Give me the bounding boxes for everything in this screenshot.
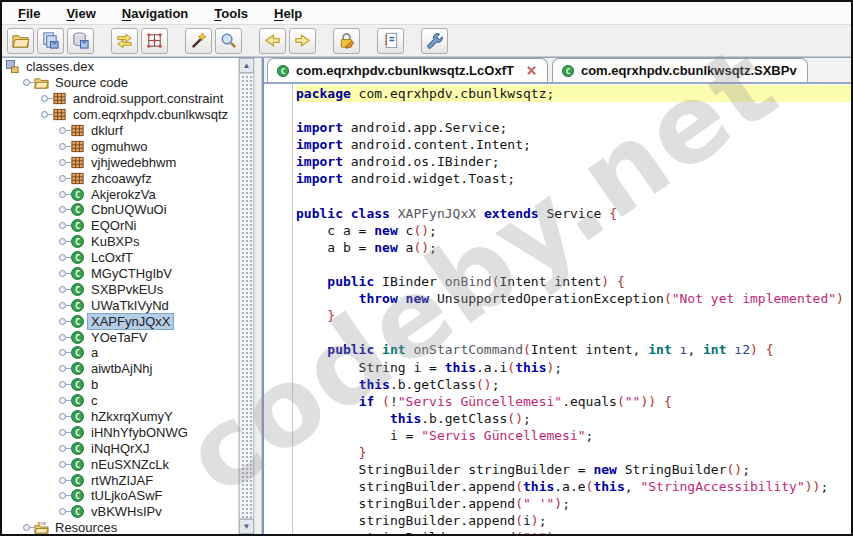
tree-item-lcoxft[interactable]: CLcOxfT: [2, 250, 238, 266]
tab-com-eqrxhpdv-cbunlkwsqtz-lcoxft[interactable]: Ccom.eqrxhpdv.cbunlkwsqtz.LcOxfT: [267, 58, 548, 82]
panel-splitter[interactable]: [254, 58, 262, 534]
class-icon: C: [70, 457, 85, 472]
menu-navigation[interactable]: Navigation: [114, 4, 196, 23]
tree-item-yoetafv[interactable]: CYOeTaFV: [2, 329, 238, 345]
code-line: this.b.getClass();: [296, 376, 851, 393]
tree-item-label: rtWhZIJAF: [88, 473, 156, 488]
tree-expand-knob[interactable]: [59, 175, 66, 182]
deobfuscation-button[interactable]: [185, 28, 212, 54]
tree-expand-knob[interactable]: [59, 270, 66, 277]
tree-expand-knob[interactable]: [59, 365, 66, 372]
tree-expand-knob[interactable]: [59, 445, 66, 452]
tree-item-akjerokzva[interactable]: CAkjerokzVa: [2, 186, 238, 202]
tree-scrollbar[interactable]: ▲ ▼: [238, 58, 254, 534]
tree-item-hzkxrqxumyy[interactable]: ChZkxrqXumyY: [2, 409, 238, 425]
menu-file[interactable]: File: [10, 4, 48, 23]
flat-packages-button[interactable]: [141, 28, 168, 54]
menu-help[interactable]: Help: [266, 4, 310, 23]
tree-item-zhcoawyfz[interactable]: zhcoawyfz: [2, 170, 238, 186]
tree-item-mgycthgibv[interactable]: CMGyCTHgIbV: [2, 266, 238, 282]
forward-button[interactable]: [289, 28, 316, 54]
tree-item-label: tULjkoASwF: [88, 488, 166, 503]
menu-view[interactable]: View: [58, 4, 103, 23]
tree-expand-knob[interactable]: [23, 524, 30, 531]
tab-com-eqrxhpdv-cbunlkwsqtz-sxbpv[interactable]: Ccom.eqrxhpdv.cbunlkwsqtz.SXBPv: [552, 58, 808, 82]
tree-item-cbnuqwuoi[interactable]: CCbnUQWuOi: [2, 202, 238, 218]
tree-expand-knob[interactable]: [59, 349, 66, 356]
scrollbar-up-button[interactable]: ▲: [239, 58, 254, 73]
tree-item-uwatkivynd[interactable]: CUWaTkIVyNd: [2, 297, 238, 313]
tree-expand-knob[interactable]: [59, 413, 66, 420]
svg-text:C: C: [75, 237, 80, 247]
tree-item-classes-dex[interactable]: classes.dex: [2, 59, 238, 75]
scrollbar-thumb[interactable]: [239, 73, 254, 519]
scrollbar-down-button[interactable]: ▼: [239, 519, 254, 534]
tree-expand-knob[interactable]: [59, 477, 66, 484]
class-icon: C: [70, 345, 85, 360]
code-area[interactable]: package com.eqrxhpdv.cbunlkwsqtz; import…: [293, 84, 851, 534]
tree-expand-knob[interactable]: [59, 334, 66, 341]
tree-expand-knob[interactable]: [59, 206, 66, 213]
tree-item-b[interactable]: Cb: [2, 377, 238, 393]
tree-item-dklurf[interactable]: dklurf: [2, 123, 238, 139]
menu-tools[interactable]: Tools: [206, 4, 256, 23]
tree-item-vjhjwedebhwm[interactable]: vjhjwedebhwm: [2, 154, 238, 170]
tree-item-com-eqrxhpdv-cbunlkwsqtz[interactable]: com.eqrxhpdv.cbunlkwsqtz: [2, 107, 238, 123]
tree-item-label: CbnUQWuOi: [88, 202, 170, 217]
tree-item-tuljkoaswf[interactable]: CtULjkoASwF: [2, 488, 238, 504]
tree-expand-knob[interactable]: [41, 111, 48, 118]
tree-item-ihnhyfybonwg[interactable]: CiHNhYfybONWG: [2, 424, 238, 440]
tree-item-inqhqrxj[interactable]: CiNqHQrXJ: [2, 440, 238, 456]
add-files-button[interactable]: [37, 28, 64, 54]
tree-expand-knob[interactable]: [59, 143, 66, 150]
tree-expand-knob[interactable]: [59, 381, 66, 388]
lock-edit-button[interactable]: [333, 28, 360, 54]
preferences-button[interactable]: [421, 28, 448, 54]
tree-expand-knob[interactable]: [59, 127, 66, 134]
back-button[interactable]: [259, 28, 286, 54]
tree-expand-knob[interactable]: [59, 286, 66, 293]
sync-button[interactable]: [111, 28, 138, 54]
tree-item-rtwhzijaf[interactable]: CrtWhZIJAF: [2, 472, 238, 488]
tree-item-source-code[interactable]: Source code: [2, 75, 238, 91]
svg-text:C: C: [75, 427, 80, 437]
log-viewer-button[interactable]: [377, 28, 404, 54]
tree-item-vbkwhsipv[interactable]: CvBKWHsIPv: [2, 504, 238, 520]
tree-item-c[interactable]: Cc: [2, 393, 238, 409]
tree-expand-knob[interactable]: [59, 508, 66, 515]
tree-item-xapfynjqxx[interactable]: CXAPFynJQxX: [2, 313, 238, 329]
tree-expand-knob[interactable]: [59, 191, 66, 198]
tree-item-sxbpvkeus[interactable]: CSXBPvkEUs: [2, 281, 238, 297]
tree-expand-knob[interactable]: [59, 254, 66, 261]
code-line: import android.os.IBinder;: [296, 153, 851, 170]
code-line: [296, 256, 851, 273]
toolbar-group: [421, 28, 451, 54]
search-button[interactable]: [215, 28, 242, 54]
tree-expand-knob[interactable]: [41, 95, 48, 102]
tree-item-neusxnzclk[interactable]: CnEuSXNZcLk: [2, 456, 238, 472]
tree-expand-knob[interactable]: [59, 159, 66, 166]
tree-expand-knob[interactable]: [59, 429, 66, 436]
tree-expand-knob[interactable]: [59, 302, 66, 309]
tree-expand-knob[interactable]: [59, 318, 66, 325]
code-line: String i = this.a.i(this);: [296, 359, 851, 376]
tree-item-ogmuhwo[interactable]: ogmuhwo: [2, 138, 238, 154]
open-file-button[interactable]: [7, 28, 34, 54]
project-tree[interactable]: classes.dexSource codeandroid.support.co…: [2, 58, 238, 534]
tree-expand-knob[interactable]: [59, 222, 66, 229]
tree-item-aiwtbajnhj[interactable]: CaiwtbAjNhj: [2, 361, 238, 377]
tree-expand-knob[interactable]: [23, 79, 30, 86]
tree-item-resources[interactable]: 010Resources: [2, 520, 238, 534]
tree-item-eqorni[interactable]: CEQOrNi: [2, 218, 238, 234]
code-editor[interactable]: package com.eqrxhpdv.cbunlkwsqtz; import…: [264, 84, 851, 534]
save-all-button[interactable]: [67, 28, 94, 54]
tree-expand-knob[interactable]: [59, 461, 66, 468]
tree-expand-knob[interactable]: [59, 397, 66, 404]
tree-item-kubxps[interactable]: CKuBXPs: [2, 234, 238, 250]
flat-packages-icon: [145, 31, 164, 50]
tree-item-a[interactable]: Ca: [2, 345, 238, 361]
tree-expand-knob[interactable]: [59, 238, 66, 245]
tree-expand-knob[interactable]: [59, 492, 66, 499]
tree-item-android-support-constraint[interactable]: android.support.constraint: [2, 91, 238, 107]
close-icon[interactable]: [526, 65, 537, 76]
